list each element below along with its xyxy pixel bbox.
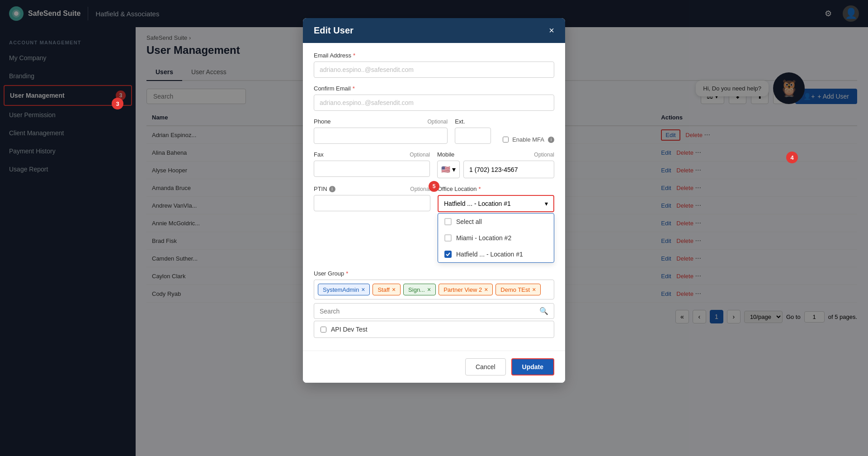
modal-footer: Cancel Update xyxy=(303,351,565,383)
modal-body: Email Address * Confirm Email * Phone O xyxy=(303,43,565,351)
group-list: API Dev Test xyxy=(314,321,554,338)
ptin-info-icon: i xyxy=(329,186,335,192)
miami-checkbox[interactable] xyxy=(444,234,452,242)
email-input[interactable] xyxy=(314,62,554,78)
select-all-option[interactable]: Select all xyxy=(438,214,554,230)
office-location-group: Office Location * 5 Hatfield ... - Locat… xyxy=(438,185,554,263)
office-location-label: Office Location * 5 xyxy=(438,185,554,192)
enable-mfa-checkbox[interactable] xyxy=(503,137,509,142)
phone-group: Phone Optional xyxy=(314,118,448,144)
phone-label: Phone Optional xyxy=(314,118,448,125)
ptin-input[interactable] xyxy=(314,195,430,211)
api-dev-test-checkbox[interactable] xyxy=(321,327,326,332)
email-label: Email Address * xyxy=(314,52,554,59)
group-search-row: 🔍 xyxy=(314,303,554,319)
group-api-dev-test[interactable]: API Dev Test xyxy=(314,321,554,337)
tags-container: SystemAdmin × Staff × Sign... × Partner … xyxy=(314,280,554,299)
ext-group: Ext. xyxy=(455,118,495,144)
user-group-field: User Group * SystemAdmin × Staff × Sign.… xyxy=(314,270,554,338)
tag-systemadmin[interactable]: SystemAdmin × xyxy=(318,284,370,295)
modal-overlay: Edit User × Email Address * Confirm Emai… xyxy=(0,0,868,456)
phone-row: Phone Optional Ext. Enable MFA i xyxy=(314,118,554,144)
tag-systemadmin-remove[interactable]: × xyxy=(361,286,365,293)
confirm-email-input[interactable] xyxy=(314,95,554,111)
tag-demo-test[interactable]: Demo TEst × xyxy=(495,284,541,295)
phone-input[interactable] xyxy=(314,128,448,144)
fax-label: Fax Optional xyxy=(314,151,430,158)
update-button[interactable]: Update xyxy=(511,358,554,375)
fax-mobile-row: Fax Optional Mobile Optional 🇺🇸 ▾ xyxy=(314,151,554,178)
cancel-button[interactable]: Cancel xyxy=(465,358,506,375)
edit-user-modal: Edit User × Email Address * Confirm Emai… xyxy=(303,18,565,383)
step-4-badge: 4 xyxy=(786,152,798,163)
mobile-input[interactable] xyxy=(463,161,554,178)
mobile-label: Mobile Optional xyxy=(437,151,554,158)
email-group: Email Address * xyxy=(314,52,554,78)
tag-staff[interactable]: Staff × xyxy=(373,284,401,295)
ext-input[interactable] xyxy=(455,128,491,144)
confirm-email-group: Confirm Email * xyxy=(314,85,554,111)
modal-close-button[interactable]: × xyxy=(549,25,554,36)
tag-partner-remove[interactable]: × xyxy=(484,286,488,293)
confirm-email-label: Confirm Email * xyxy=(314,85,554,92)
office-miami-option[interactable]: Miami - Location #2 xyxy=(438,230,554,246)
mfa-group: Enable MFA i xyxy=(503,118,554,144)
office-location-dropdown[interactable]: Hatfield ... - Location #1 ▾ xyxy=(438,195,554,212)
mobile-flag[interactable]: 🇺🇸 ▾ xyxy=(437,161,460,178)
ptin-label: PTIN i Optional xyxy=(314,185,430,192)
mobile-group: Mobile Optional 🇺🇸 ▾ xyxy=(437,151,554,178)
modal-header: Edit User × xyxy=(303,18,565,43)
step-5-badge: 5 xyxy=(429,181,439,192)
tag-sign-remove[interactable]: × xyxy=(427,286,431,293)
modal-title: Edit User xyxy=(314,25,354,36)
select-all-checkbox[interactable] xyxy=(444,218,452,225)
user-group-label: User Group * xyxy=(314,270,554,277)
group-search-input[interactable] xyxy=(320,308,539,315)
ptin-group: PTIN i Optional xyxy=(314,185,430,263)
office-hatfield-option[interactable]: Hatfield ... - Location #1 xyxy=(438,246,554,262)
tag-sign[interactable]: Sign... × xyxy=(403,284,436,295)
mfa-info-icon: i xyxy=(548,137,554,143)
step-3-badge: 3 xyxy=(112,98,123,109)
ext-label: Ext. xyxy=(455,118,495,125)
ptin-office-row: PTIN i Optional Office Location * 5 Hatf… xyxy=(314,185,554,263)
enable-mfa-label: Enable MFA xyxy=(512,136,544,143)
tag-staff-remove[interactable]: × xyxy=(392,286,396,293)
tag-partner-view[interactable]: Partner View 2 × xyxy=(439,284,493,295)
hatfield-checkbox[interactable] xyxy=(444,251,452,258)
fax-group: Fax Optional xyxy=(314,151,430,178)
fax-input[interactable] xyxy=(314,161,430,177)
tag-demo-remove[interactable]: × xyxy=(532,286,536,293)
search-icon: 🔍 xyxy=(539,307,548,315)
chevron-down-icon: ▾ xyxy=(545,200,548,207)
office-location-popup: Select all Miami - Location #2 Hatfield … xyxy=(438,213,554,263)
